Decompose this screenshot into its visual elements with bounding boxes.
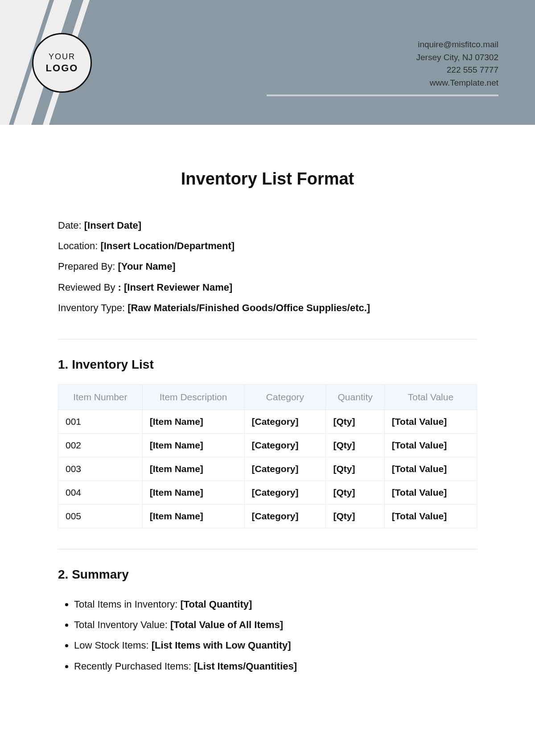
meta-prepared-value: [Your Name] — [118, 261, 176, 272]
summary-value: [List Items with Low Quantity] — [152, 640, 291, 651]
th-item-number: Item Number — [58, 384, 143, 410]
summary-label: Total Items in Inventory: — [74, 599, 180, 610]
cell-total-value: [Total Value] — [384, 410, 477, 433]
cell-item-number: 002 — [58, 433, 143, 457]
summary-list: Total Items in Inventory: [Total Quantit… — [58, 594, 477, 677]
meta-reviewed-label: Reviewed By — [58, 282, 115, 293]
table-row: 002 [Item Name] [Category] [Qty] [Total … — [58, 433, 477, 457]
logo-text-line1: YOUR — [49, 52, 75, 62]
contact-site: www.Template.net — [416, 77, 498, 90]
contact-underline — [267, 94, 498, 96]
cell-total-value: [Total Value] — [384, 433, 477, 457]
meta-list: Date: [Insert Date] Location: [Insert Lo… — [58, 215, 477, 318]
table-header-row: Item Number Item Description Category Qu… — [58, 384, 477, 410]
cell-item-name: [Item Name] — [142, 481, 244, 504]
cell-item-number: 003 — [58, 457, 143, 481]
page: YOUR LOGO inquire@misfitco.mail Jersey C… — [0, 0, 535, 756]
cell-total-value: [Total Value] — [384, 457, 477, 481]
cell-item-name: [Item Name] — [142, 433, 244, 457]
meta-date: Date: [Insert Date] — [58, 215, 477, 236]
cell-total-value: [Total Value] — [384, 504, 477, 528]
meta-type-label: Inventory Type: — [58, 302, 125, 313]
table-row: 003 [Item Name] [Category] [Qty] [Total … — [58, 457, 477, 481]
table-row: 004 [Item Name] [Category] [Qty] [Total … — [58, 481, 477, 504]
cell-category: [Category] — [244, 457, 326, 481]
th-total-value: Total Value — [384, 384, 477, 410]
meta-reviewed-by: Reviewed By : [Insert Reviewer Name] — [58, 277, 477, 298]
summary-label: Total Inventory Value: — [74, 619, 170, 630]
list-item: Recently Purchased Items: [List Items/Qu… — [74, 656, 477, 677]
cell-category: [Category] — [244, 481, 326, 504]
list-item: Total Inventory Value: [Total Value of A… — [74, 615, 477, 635]
cell-category: [Category] — [244, 504, 326, 528]
meta-date-value: [Insert Date] — [84, 220, 141, 231]
divider — [58, 549, 477, 550]
section-title-summary: 2. Summary — [58, 567, 477, 582]
summary-label: Recently Purchased Items: — [74, 661, 194, 672]
cell-item-name: [Item Name] — [142, 410, 244, 433]
table-row: 001 [Item Name] [Category] [Qty] [Total … — [58, 410, 477, 433]
th-quantity: Quantity — [326, 384, 384, 410]
summary-label: Low Stock Items: — [74, 640, 152, 651]
summary-value: [Total Quantity] — [180, 599, 252, 610]
content-area: Inventory List Format Date: [Insert Date… — [58, 152, 477, 677]
meta-inventory-type: Inventory Type: [Raw Materials/Finished … — [58, 298, 477, 318]
cell-quantity: [Qty] — [326, 410, 384, 433]
meta-location: Location: [Insert Location/Department] — [58, 236, 477, 256]
page-title: Inventory List Format — [58, 169, 477, 189]
meta-reviewed-value: : [Insert Reviewer Name] — [118, 282, 233, 293]
meta-location-label: Location: — [58, 240, 98, 251]
summary-value: [List Items/Quantities] — [194, 661, 297, 672]
cell-item-number: 005 — [58, 504, 143, 528]
cell-quantity: [Qty] — [326, 504, 384, 528]
contact-phone: 222 555 7777 — [416, 64, 498, 77]
inventory-table: Item Number Item Description Category Qu… — [58, 384, 477, 528]
cell-quantity: [Qty] — [326, 481, 384, 504]
cell-category: [Category] — [244, 410, 326, 433]
contact-block: inquire@misfitco.mail Jersey City, NJ 07… — [416, 38, 498, 89]
list-item: Total Items in Inventory: [Total Quantit… — [74, 594, 477, 615]
cell-item-name: [Item Name] — [142, 504, 244, 528]
logo: YOUR LOGO — [32, 33, 92, 93]
th-category: Category — [244, 384, 326, 410]
logo-text-line2: LOGO — [46, 62, 78, 74]
cell-quantity: [Qty] — [326, 433, 384, 457]
th-item-description: Item Description — [142, 384, 244, 410]
summary-value: [Total Value of All Items] — [170, 619, 283, 630]
meta-prepared-by: Prepared By: [Your Name] — [58, 256, 477, 277]
table-row: 005 [Item Name] [Category] [Qty] [Total … — [58, 504, 477, 528]
section-title-inventory: 1. Inventory List — [58, 357, 477, 372]
contact-email: inquire@misfitco.mail — [416, 38, 498, 51]
meta-type-value: [Raw Materials/Finished Goods/Office Sup… — [128, 302, 370, 313]
cell-quantity: [Qty] — [326, 457, 384, 481]
cell-category: [Category] — [244, 433, 326, 457]
cell-item-number: 001 — [58, 410, 143, 433]
cell-item-number: 004 — [58, 481, 143, 504]
contact-address: Jersey City, NJ 07302 — [416, 51, 498, 64]
meta-location-value: [Insert Location/Department] — [100, 240, 235, 251]
list-item: Low Stock Items: [List Items with Low Qu… — [74, 635, 477, 656]
meta-prepared-label: Prepared By: — [58, 261, 115, 272]
cell-total-value: [Total Value] — [384, 481, 477, 504]
header-band: YOUR LOGO inquire@misfitco.mail Jersey C… — [0, 0, 535, 125]
logo-circle-icon: YOUR LOGO — [32, 33, 92, 93]
meta-date-label: Date: — [58, 220, 82, 231]
divider — [58, 339, 477, 340]
cell-item-name: [Item Name] — [142, 457, 244, 481]
